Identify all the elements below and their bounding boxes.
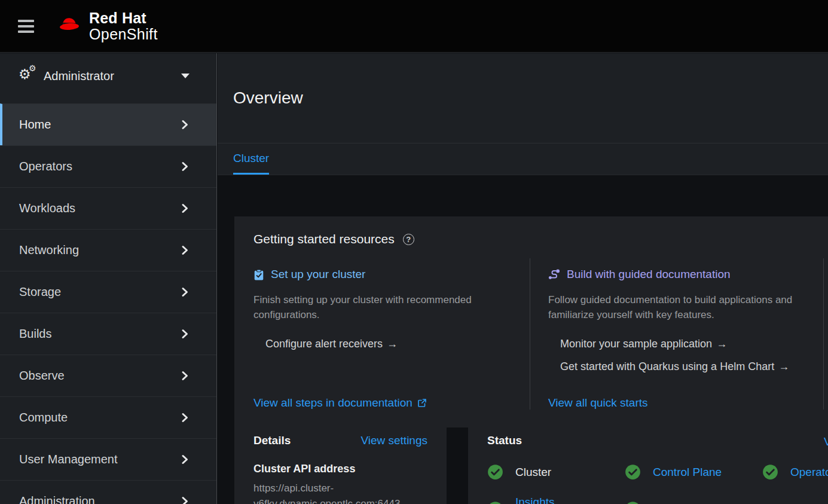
masthead: Red Hat OpenShift (0, 0, 828, 53)
status-title: Status (487, 434, 522, 447)
setup-cluster-label: Set up your cluster (271, 268, 365, 281)
redhat-openshift-logo[interactable]: Red Hat OpenShift (56, 11, 158, 42)
build-guided-doc-label: Build with guided documentation (567, 268, 731, 281)
check-circle-icon (487, 464, 503, 480)
sidebar-item-user-management[interactable]: User Management (0, 438, 216, 480)
status-link-insights[interactable]: Insights (515, 496, 577, 504)
brand-line2: OpenShift (89, 27, 158, 42)
sidebar-item-compute[interactable]: Compute (0, 396, 216, 438)
chevron-right-icon (181, 454, 190, 465)
page-title: Overview (233, 88, 303, 108)
perspective-switcher[interactable]: ⚙⚙ Administrator (0, 53, 216, 99)
chevron-right-icon (181, 161, 190, 172)
status-link-operators[interactable]: Operators (790, 466, 828, 479)
view-all-steps-link[interactable]: View all steps in documentation (253, 396, 508, 410)
quarkus-helm-chart-link[interactable]: Get started with Quarkus using a Helm Ch… (560, 361, 805, 373)
cluster-api-address-label: Cluster API address (253, 463, 427, 475)
chevron-right-icon (181, 203, 190, 213)
nav-label: Builds (19, 327, 181, 341)
cluster-api-address-value: https://api.cluster-v6fkv.dynamic.opentl… (253, 481, 427, 504)
nav-label: Workloads (19, 201, 181, 215)
monitor-sample-app-link[interactable]: Monitor your sample application→ (560, 338, 805, 350)
guided-doc-description: Follow guided documentation to build app… (548, 293, 805, 322)
getting-started-column-setup: Set up your cluster Finish setting up yo… (253, 258, 530, 410)
arrow-right-icon: → (387, 338, 398, 350)
setup-cluster-link[interactable]: Set up your cluster (253, 268, 508, 281)
sidebar: ⚙⚙ Administrator Home Operators Workload… (0, 53, 217, 504)
chevron-right-icon (181, 371, 190, 381)
check-circle-icon (487, 501, 503, 504)
status-grid: Cluster Control Plane Operators Insights… (487, 464, 828, 504)
details-title: Details (253, 434, 291, 447)
check-circle-icon (625, 464, 641, 480)
view-settings-link[interactable]: View settings (360, 434, 427, 447)
sidebar-item-networking[interactable]: Networking (0, 229, 216, 271)
sidebar-item-storage[interactable]: Storage (0, 271, 216, 313)
tab-bar: Cluster (218, 143, 828, 175)
getting-started-card: Getting started resources ? Set up your … (234, 216, 828, 427)
redhat-hat-icon (56, 16, 84, 37)
getting-started-column-guided-doc: Build with guided documentation Follow g… (530, 258, 824, 410)
nav-label: Observe (19, 369, 181, 383)
perspective-label: Administrator (44, 69, 181, 83)
nav-label: Compute (19, 411, 181, 424)
check-circle-icon (625, 501, 641, 504)
status-link-control-plane[interactable]: Control Plane (653, 466, 722, 479)
caret-down-icon (181, 74, 190, 78)
help-icon[interactable]: ? (403, 234, 414, 245)
getting-started-title: Getting started resources (253, 232, 395, 246)
chevron-right-icon (181, 245, 190, 255)
details-card: Details View settings Cluster API addres… (234, 419, 447, 504)
nav-label: Administration (19, 494, 181, 504)
chevron-right-icon (181, 287, 190, 297)
view-all-quick-starts-link[interactable]: View all quick starts (548, 396, 805, 410)
nav-label: Home (19, 118, 181, 132)
clipboard-check-icon (253, 269, 264, 280)
cogs-icon: ⚙⚙ (19, 68, 39, 84)
main-area: Overview Cluster Getting started resourc… (218, 53, 828, 504)
view-alerts-link[interactable]: View alerts (824, 435, 828, 448)
nav-label: Operators (19, 160, 181, 173)
setup-cluster-description: Finish setting up your cluster with reco… (253, 293, 508, 322)
nav-label: User Management (19, 453, 181, 466)
status-item-operators: Operators (762, 464, 828, 480)
sidebar-item-administration[interactable]: Administration (0, 480, 216, 504)
chevron-right-icon (181, 329, 190, 339)
nav-label: Networking (19, 243, 181, 257)
external-link-icon (417, 398, 427, 408)
build-guided-doc-link[interactable]: Build with guided documentation (548, 268, 805, 281)
content-area: Getting started resources ? Set up your … (218, 176, 828, 504)
sidebar-item-workloads[interactable]: Workloads (0, 187, 216, 229)
nav-label: Storage (19, 285, 181, 299)
nav-toggle-menu-icon[interactable] (18, 16, 39, 36)
status-item-cluster: Cluster (487, 464, 625, 480)
sidebar-item-home[interactable]: Home (0, 103, 216, 145)
tab-cluster[interactable]: Cluster (233, 143, 269, 175)
sidebar-item-builds[interactable]: Builds (0, 313, 216, 355)
status-label-cluster: Cluster (515, 466, 551, 479)
brand-line1: Red Hat (89, 11, 158, 26)
getting-started-column-clipped (824, 258, 828, 410)
status-card: Status View alerts Cluster Control Plane… (468, 419, 828, 504)
status-item-insights: Insights 0 issues found (487, 496, 625, 504)
nav-list: Home Operators Workloads Networking Stor… (0, 103, 216, 504)
chevron-right-icon (181, 496, 190, 504)
chevron-right-icon (181, 120, 190, 130)
sidebar-item-observe[interactable]: Observe (0, 355, 216, 396)
check-circle-icon (762, 464, 778, 480)
arrow-right-icon: → (716, 338, 727, 350)
status-item-dynamic-plugins: Dynamic Plugins (625, 496, 762, 504)
sidebar-item-operators[interactable]: Operators (0, 145, 216, 187)
arrow-right-icon: → (778, 361, 789, 372)
status-item-control-plane: Control Plane (625, 464, 762, 480)
configure-alert-receivers-link[interactable]: Configure alert receivers→ (265, 338, 508, 350)
page-header: Overview (218, 53, 828, 143)
route-icon (548, 269, 560, 280)
chevron-right-icon (181, 413, 190, 423)
